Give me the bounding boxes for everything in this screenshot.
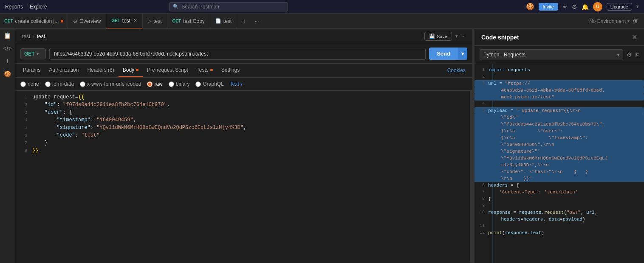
env-label: No Environment <box>589 18 626 24</box>
snippet-line: 8 } <box>475 196 644 202</box>
copy-icon[interactable]: ⎘ <box>636 51 639 58</box>
tab-settings[interactable]: Settings <box>217 64 244 77</box>
snippet-line: \r\n }}" <box>475 175 644 182</box>
snippet-line: \"code\": \"test\"\r\n } } <box>475 168 644 175</box>
tab-collection[interactable]: GET create collection j... <box>0 14 68 29</box>
snippet-line: \"f07de0a44c2911ea8fb2bc764e10b970\", <box>475 121 644 128</box>
send-dropdown-button[interactable]: ▾ <box>458 48 467 60</box>
chevron-down-icon[interactable]: ▾ <box>636 4 639 9</box>
radio-binary[interactable]: binary <box>169 81 190 87</box>
more-options-button[interactable]: ··· <box>461 34 466 39</box>
tab-method-get: GET <box>172 19 181 23</box>
snippet-line: 9 <box>475 202 644 209</box>
code-editor[interactable]: 1 update_request={{ 2 "id": "f07de0a44c2… <box>15 91 472 263</box>
snippet-line: 1 import requests <box>475 67 644 73</box>
tab-test-active[interactable]: GET test ✕ <box>106 14 143 29</box>
gear-icon[interactable]: ⚙ <box>572 3 577 10</box>
tab-method-get: GET <box>4 19 13 23</box>
method-select[interactable]: GET ▾ <box>20 48 46 59</box>
tab-method-get: GET <box>111 18 120 23</box>
snippet-line: mock.pstmn.io/test" <box>475 94 644 101</box>
code-line: 6 "code": "test" <box>15 132 472 139</box>
tab-tests[interactable]: Tests <box>192 64 217 77</box>
snippet-line: \"id\" <box>475 114 644 121</box>
tab-headers[interactable]: Headers (8) <box>83 64 118 77</box>
eye-icon[interactable]: 👁 <box>633 18 639 25</box>
snippet-close-button[interactable]: ✕ <box>632 33 637 41</box>
gear-icon[interactable]: ⚙ <box>627 51 632 58</box>
text-dropdown[interactable]: Text ▾ <box>230 81 243 87</box>
bell-icon[interactable]: 🔔 <box>582 3 589 10</box>
nav-explore[interactable]: Explore <box>30 4 47 10</box>
tab-params[interactable]: Params <box>19 64 45 77</box>
breadcrumb-current: test <box>37 34 45 39</box>
code-line: 7 } <box>15 139 472 147</box>
env-selector[interactable]: No Environment ▾ <box>589 18 630 24</box>
tab-dot <box>61 20 63 22</box>
lang-select[interactable]: Python - Requests ▾ <box>480 49 623 60</box>
tab-body[interactable]: Body <box>119 64 143 77</box>
tab-authorization[interactable]: Authorization <box>45 64 83 77</box>
tab-add-button[interactable]: + <box>237 17 251 25</box>
cookies-link[interactable]: Cookies <box>447 67 469 73</box>
avatar[interactable]: U <box>593 2 602 11</box>
sidebar-cookie-icon[interactable]: 🍪 <box>4 70 11 77</box>
pen-icon[interactable]: ✒ <box>562 3 568 10</box>
snippet-line: {\r\n \"user\": <box>475 128 644 134</box>
scrollbar[interactable] <box>470 91 472 263</box>
url-input[interactable] <box>49 48 426 60</box>
radio-none[interactable]: none <box>20 81 39 87</box>
cookie-icon[interactable]: 🍪 <box>526 3 534 11</box>
tab-test-copy[interactable]: GET test Copy <box>167 14 210 29</box>
sidebar-code-icon[interactable]: </> <box>3 45 11 52</box>
sidebar-info-icon[interactable]: ℹ <box>6 58 8 64</box>
tab-label: test <box>223 18 232 24</box>
upgrade-button[interactable]: Upgrade <box>607 3 632 11</box>
tab-test-runner[interactable]: ▷ test <box>143 14 167 29</box>
search-bar[interactable]: 🔍 <box>169 2 288 11</box>
snippet-line: 10 response = requests.request("GET", ur… <box>475 209 644 216</box>
snippet-line: 11 <box>475 223 644 229</box>
collection-icon: ⊙ <box>73 18 77 24</box>
snippet-line: 12 print(response.text) <box>475 229 644 236</box>
code-line: 3 "user": { <box>15 109 472 116</box>
tab-label: create collection j... <box>15 18 59 24</box>
code-line: 8 }} <box>15 147 472 154</box>
snippet-line: \"1640049459\",\r\n <box>475 141 644 148</box>
invite-button[interactable]: Invite <box>539 3 558 11</box>
breadcrumb-parent[interactable]: test <box>22 34 30 39</box>
radio-graphql[interactable]: GraphQL <box>195 81 223 87</box>
tab-overview[interactable]: ⊙ Overview <box>68 14 106 29</box>
snippet-line: 5 payload = " update_request={{\r\n <box>475 107 644 114</box>
tab-more-button[interactable]: ··· <box>251 18 263 24</box>
save-chevron[interactable]: ▾ <box>455 34 458 39</box>
text-label: Text <box>230 81 239 87</box>
tab-test3[interactable]: 📄 test <box>210 14 237 29</box>
save-label: Save <box>437 34 447 39</box>
search-input[interactable] <box>181 4 284 10</box>
code-line: 2 "id": "f07de0a44c2911ea8fb2bc764e10b97… <box>15 101 472 109</box>
snippet-line: {\r\n \"timestamp\": <box>475 134 644 141</box>
code-line: 5 "signature": "YQvl1dWkN6MrHQ8xGwEQndVo… <box>15 124 472 132</box>
body-dot <box>136 69 138 71</box>
snippet-panel: Code snippet ✕ Python - Requests ▾ ⚙ ⎘ 1… <box>474 29 644 263</box>
snippet-code[interactable]: 1 import requests 2 3 url = "https:// 46… <box>475 64 644 263</box>
snippet-line: 2 <box>475 73 644 80</box>
nav-reports[interactable]: Reports <box>5 4 23 10</box>
snippet-title: Code snippet <box>481 34 519 41</box>
send-button[interactable]: Send <box>429 48 458 60</box>
radio-urlencoded[interactable]: x-www-form-urlencoded <box>80 81 141 87</box>
radio-form-data[interactable]: form-data <box>45 81 74 87</box>
save-button[interactable]: 💾 Save <box>424 32 452 41</box>
snippet-line: 4 <box>475 101 644 107</box>
tab-label: Overview <box>79 18 101 24</box>
tests-dot <box>210 69 213 71</box>
close-icon[interactable]: ✕ <box>133 18 137 23</box>
save-icon: 💾 <box>429 34 435 39</box>
radio-raw[interactable]: raw <box>147 81 162 87</box>
snippet-line: headers=headers, data=payload) <box>475 216 644 223</box>
tab-pre-request[interactable]: Pre-request Script <box>143 64 192 77</box>
sidebar-doc-icon[interactable]: 📋 <box>4 32 11 39</box>
snippet-line: \"YQvl1dWkN6MrHQ8xGwEQndVo2QdPSzc6EqLJ <box>475 155 644 162</box>
chevron-down-icon: ▾ <box>240 82 243 87</box>
